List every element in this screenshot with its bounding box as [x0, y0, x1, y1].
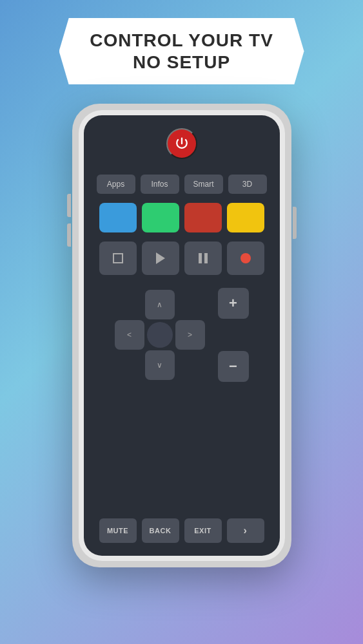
chevron-down-icon: ∨	[157, 361, 162, 370]
red-color-button[interactable]	[184, 203, 222, 232]
header-banner: CONTROL YOUR TV NO SETUP	[59, 18, 304, 84]
next-button[interactable]: ›	[227, 518, 264, 543]
nav-volume-row: ∧ < > ∨ + −	[115, 288, 249, 382]
pause-icon	[199, 253, 208, 263]
phone-power-button[interactable]	[293, 207, 297, 239]
back-button[interactable]: BACK	[142, 518, 179, 543]
smart-button[interactable]: Smart	[184, 175, 223, 194]
3d-button[interactable]: 3D	[228, 175, 267, 194]
dpad-center-button[interactable]	[147, 322, 173, 348]
media-buttons-row	[94, 242, 270, 275]
header-line1: CONTROL YOUR TV	[85, 30, 279, 52]
dpad-left-button[interactable]: <	[115, 320, 144, 350]
mute-button[interactable]: MUTE	[99, 518, 137, 543]
volume-control: + −	[218, 288, 249, 382]
quick-buttons-row: Apps Infos Smart 3D	[94, 175, 270, 194]
vol-up-button[interactable]	[67, 194, 71, 217]
chevron-left-icon: <	[127, 330, 132, 339]
bottom-buttons-row: MUTE BACK EXIT ›	[94, 518, 270, 543]
record-button[interactable]	[227, 242, 264, 275]
dpad-down-button[interactable]: ∨	[145, 350, 175, 380]
chevron-up-icon: ∧	[157, 300, 162, 309]
power-button[interactable]	[166, 128, 197, 159]
play-icon	[156, 252, 165, 264]
volume-down-button[interactable]: −	[218, 351, 249, 382]
green-color-button[interactable]	[142, 203, 179, 232]
dpad: ∧ < > ∨	[115, 290, 205, 380]
exit-button[interactable]: EXIT	[184, 518, 222, 543]
phone-wrapper: Apps Infos Smart 3D	[72, 104, 291, 567]
blue-color-button[interactable]	[99, 203, 137, 232]
stop-button[interactable]	[99, 242, 137, 275]
header-line2: NO SETUP	[85, 52, 279, 73]
play-button[interactable]	[142, 242, 179, 275]
dpad-right-button[interactable]: >	[175, 320, 205, 350]
color-buttons-row	[94, 203, 270, 232]
stop-icon	[113, 253, 123, 263]
screen: Apps Infos Smart 3D	[84, 115, 280, 556]
yellow-color-button[interactable]	[227, 203, 264, 232]
apps-button[interactable]: Apps	[97, 175, 135, 194]
infos-button[interactable]: Infos	[141, 175, 179, 194]
phone-inner: Apps Infos Smart 3D	[79, 110, 285, 561]
pause-button[interactable]	[184, 242, 222, 275]
dpad-up-button[interactable]: ∧	[145, 290, 175, 319]
record-icon	[240, 253, 251, 263]
chevron-right-icon: >	[188, 330, 192, 339]
volume-up-button[interactable]: +	[218, 288, 249, 319]
vol-down-button[interactable]	[67, 223, 71, 247]
